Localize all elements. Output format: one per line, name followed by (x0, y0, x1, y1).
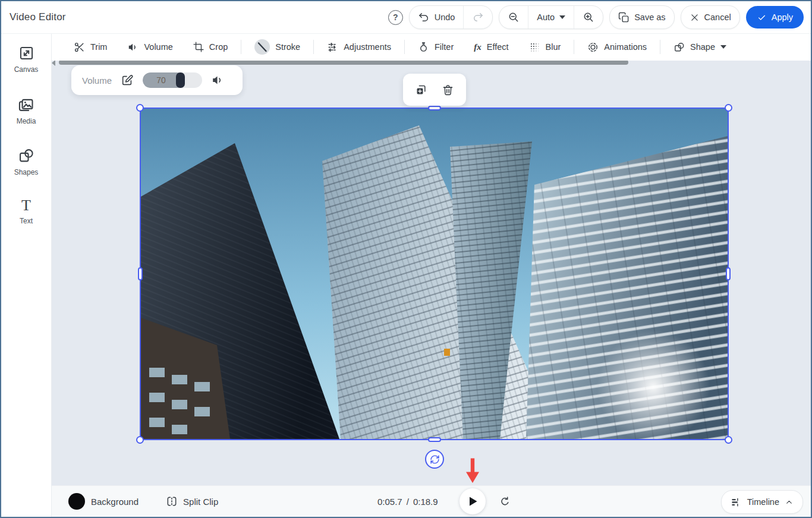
bottom-bar: Background Split Clip 0:05.7 / 0:18.9 (52, 485, 811, 517)
bottom-bar-left: Background Split Clip (68, 486, 218, 517)
time-divider: / (407, 497, 409, 507)
toolbar-separator (574, 40, 574, 54)
image-stack-icon (18, 96, 34, 113)
save-as-label: Save as (634, 12, 665, 22)
play-icon (468, 496, 478, 507)
sidebar-item-label: Canvas (14, 65, 39, 74)
toolbar-item-label: Stroke (275, 42, 300, 52)
toolbar-item-trim[interactable]: Trim (64, 42, 117, 53)
timeline-icon (731, 497, 742, 508)
close-icon (690, 12, 700, 23)
fx-icon: fx (474, 42, 481, 52)
toolbar-item-label: Shape (690, 42, 715, 52)
toolbar-item-label: Animations (604, 42, 647, 52)
toolbar-item-effect[interactable]: fx Effect (464, 42, 518, 52)
rotate-sync-icon (430, 454, 440, 465)
toolbar-item-adjustments[interactable]: Adjustments (317, 42, 401, 53)
chevron-down-icon (559, 15, 565, 19)
split-clip-icon (166, 495, 178, 507)
toolbar-item-volume[interactable]: Volume (117, 42, 182, 53)
copy-icon (618, 12, 630, 23)
toolbar-item-shape[interactable]: Shape (663, 42, 737, 53)
sidebar-item-label: Text (20, 217, 33, 225)
speaker-icon[interactable] (211, 74, 224, 87)
cancel-button[interactable]: Cancel (681, 5, 740, 29)
toolbar-item-blur[interactable]: Blur (519, 42, 571, 53)
background-label: Background (91, 497, 139, 507)
split-clip-button[interactable]: Split Clip (166, 495, 218, 507)
trash-icon[interactable] (442, 84, 454, 96)
resize-handle-bottom[interactable] (428, 437, 441, 442)
duplicate-icon[interactable] (415, 84, 427, 96)
zoom-level-dropdown[interactable]: Auto (528, 6, 574, 29)
zoom-in-button[interactable] (574, 6, 603, 29)
cancel-label: Cancel (704, 12, 731, 22)
sidebar-item-text[interactable]: T Text (1, 198, 51, 249)
resize-handle-left[interactable] (138, 267, 143, 280)
letter-t-icon: T (21, 198, 31, 213)
background-color-swatch[interactable] (68, 493, 85, 510)
undo-button[interactable]: Undo (410, 6, 464, 29)
check-icon (757, 12, 767, 23)
scissors-icon (74, 42, 85, 53)
help-icon[interactable]: ? (388, 10, 403, 25)
current-time: 0:05.7 (377, 497, 402, 507)
clip-action-popup (403, 74, 466, 106)
volume-slider-thumb[interactable] (176, 72, 185, 88)
volume-popup: Volume 70 (71, 65, 243, 95)
scroll-left-icon[interactable] (52, 60, 55, 66)
toolbar-separator (660, 40, 660, 54)
resize-handle-bottom-right[interactable] (725, 436, 732, 444)
pointer-arrow-icon (464, 457, 481, 484)
apply-label: Apply (772, 12, 793, 22)
volume-popup-label: Volume (82, 75, 112, 86)
chevron-up-icon (785, 498, 794, 507)
resize-handle-top-left[interactable] (136, 104, 144, 112)
chevron-down-icon (720, 45, 726, 49)
toolbar-item-crop[interactable]: Crop (183, 42, 238, 52)
square-circle-icon (18, 147, 34, 164)
total-time: 0:18.9 (413, 497, 438, 507)
expand-square-icon (18, 45, 34, 61)
selected-video-clip[interactable] (140, 108, 729, 440)
timeline-label: Timeline (747, 497, 779, 507)
toolbar-item-stroke[interactable]: Stroke (244, 39, 310, 55)
toolbar-item-animations[interactable]: Animations (577, 42, 657, 53)
resize-handle-right[interactable] (726, 267, 731, 280)
loop-icon (499, 495, 511, 508)
undo-icon (418, 11, 430, 23)
timeline-toggle-button[interactable]: Timeline (721, 490, 803, 514)
toolbar-item-label: Blur (546, 42, 561, 52)
horizontal-scrollbar[interactable] (59, 60, 628, 65)
sidebar-item-shapes[interactable]: Shapes (1, 147, 51, 198)
toolbar-item-filter[interactable]: Filter (408, 42, 464, 53)
top-bar-actions: ? Undo (388, 5, 811, 29)
toolbar-separator (404, 40, 405, 54)
flask-icon (418, 42, 429, 53)
redo-icon (472, 11, 484, 23)
toolbar-separator (313, 40, 314, 54)
redo-button[interactable] (464, 6, 492, 29)
play-button[interactable] (459, 488, 486, 514)
sidebar-item-label: Media (17, 117, 36, 125)
save-as-button[interactable]: Save as (609, 5, 674, 29)
zoom-group: Auto (499, 5, 603, 29)
edit-pencil-icon[interactable] (121, 74, 134, 87)
resize-handle-top[interactable] (428, 106, 441, 110)
volume-slider[interactable]: 70 (143, 72, 202, 88)
sidebar-item-media[interactable]: Media (1, 96, 51, 147)
sidebar-item-canvas[interactable]: Canvas (1, 45, 51, 96)
rotate-clip-button[interactable] (425, 450, 444, 469)
zoom-out-button[interactable] (499, 6, 528, 29)
toolbar-separator (241, 40, 241, 54)
edit-toolbar: Trim Volume Crop Stroke (52, 33, 811, 61)
loop-button[interactable] (499, 495, 511, 508)
page-title: Video Editor (10, 11, 66, 23)
sliders-icon (327, 42, 338, 53)
resize-handle-bottom-left[interactable] (136, 436, 144, 444)
undo-redo-group: Undo (409, 5, 493, 29)
apply-button[interactable]: Apply (746, 6, 804, 29)
resize-handle-top-right[interactable] (725, 104, 732, 112)
toolbar-item-label: Effect (487, 42, 509, 52)
crop-icon (193, 42, 204, 52)
